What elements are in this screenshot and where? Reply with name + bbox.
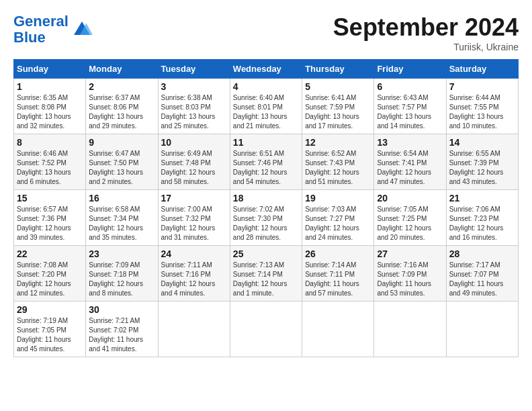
day-number: 9 [89,137,154,148]
day-number: 16 [89,193,154,203]
calendar-table: SundayMondayTuesdayWednesdayThursdayFrid… [13,59,519,357]
day-info: Sunrise: 6:57 AM Sunset: 7:36 PM Dayligh… [17,205,83,242]
weekday-header: Friday [374,60,446,79]
day-number: 11 [233,137,299,148]
calendar-day-cell: 1Sunrise: 6:35 AM Sunset: 8:08 PM Daylig… [14,79,86,134]
day-number: 25 [233,248,299,259]
day-number: 2 [89,81,154,92]
day-info: Sunrise: 6:43 AM Sunset: 7:57 PM Dayligh… [377,93,443,131]
day-info: Sunrise: 7:08 AM Sunset: 7:20 PM Dayligh… [17,261,83,298]
day-info: Sunrise: 7:00 AM Sunset: 7:32 PM Dayligh… [161,205,227,242]
day-info: Sunrise: 7:05 AM Sunset: 7:25 PM Dayligh… [377,205,443,242]
day-info: Sunrise: 6:46 AM Sunset: 7:52 PM Dayligh… [17,149,83,187]
day-number: 12 [305,137,371,148]
calendar-day-cell: 23Sunrise: 7:09 AM Sunset: 7:18 PM Dayli… [86,246,158,302]
weekday-header: Tuesday [158,60,230,79]
day-info: Sunrise: 7:03 AM Sunset: 7:27 PM Dayligh… [305,205,371,242]
weekday-header: Wednesday [230,60,302,79]
calendar-day-cell: 11Sunrise: 6:51 AM Sunset: 7:46 PM Dayli… [230,134,302,190]
calendar-day-cell: 30Sunrise: 7:21 AM Sunset: 7:02 PM Dayli… [86,302,158,357]
day-number: 20 [377,193,443,203]
calendar-day-cell: 14Sunrise: 6:55 AM Sunset: 7:39 PM Dayli… [446,134,518,190]
calendar-day-cell: 10Sunrise: 6:49 AM Sunset: 7:48 PM Dayli… [158,134,230,190]
calendar-day-cell: 19Sunrise: 7:03 AM Sunset: 7:27 PM Dayli… [302,190,374,246]
subtitle: Turiisk, Ukraine [333,42,519,52]
day-info: Sunrise: 7:06 AM Sunset: 7:23 PM Dayligh… [449,205,515,242]
calendar-day-cell: 4Sunrise: 6:40 AM Sunset: 8:01 PM Daylig… [230,79,302,134]
day-number: 7 [449,81,515,92]
empty-cell [230,302,302,357]
page-header: GeneralBlue September 2024 Turiisk, Ukra… [13,13,519,52]
day-number: 13 [377,137,443,148]
day-number: 6 [377,81,443,92]
empty-cell [158,302,230,357]
day-info: Sunrise: 6:44 AM Sunset: 7:55 PM Dayligh… [449,93,515,131]
day-info: Sunrise: 7:02 AM Sunset: 7:30 PM Dayligh… [233,205,299,242]
day-number: 21 [449,193,515,203]
header-row: SundayMondayTuesdayWednesdayThursdayFrid… [14,60,519,79]
calendar-week-row: 22Sunrise: 7:08 AM Sunset: 7:20 PM Dayli… [14,246,519,302]
calendar-day-cell: 15Sunrise: 6:57 AM Sunset: 7:36 PM Dayli… [14,190,86,246]
day-info: Sunrise: 6:40 AM Sunset: 8:01 PM Dayligh… [233,93,299,131]
day-number: 29 [17,304,83,315]
calendar-day-cell: 29Sunrise: 7:19 AM Sunset: 7:05 PM Dayli… [14,302,86,357]
day-number: 3 [161,81,227,92]
title-block: September 2024 Turiisk, Ukraine [333,13,519,52]
calendar-day-cell: 12Sunrise: 6:52 AM Sunset: 7:43 PM Dayli… [302,134,374,190]
month-title: September 2024 [333,13,519,42]
day-info: Sunrise: 6:41 AM Sunset: 7:59 PM Dayligh… [305,93,371,131]
day-number: 17 [161,193,227,203]
day-number: 19 [305,193,371,203]
weekday-header: Saturday [446,60,518,79]
empty-cell [374,302,446,357]
calendar-day-cell: 9Sunrise: 6:47 AM Sunset: 7:50 PM Daylig… [86,134,158,190]
calendar-day-cell: 7Sunrise: 6:44 AM Sunset: 7:55 PM Daylig… [446,79,518,134]
day-number: 26 [305,248,371,259]
calendar-day-cell: 17Sunrise: 7:00 AM Sunset: 7:32 PM Dayli… [158,190,230,246]
calendar-day-cell: 8Sunrise: 6:46 AM Sunset: 7:52 PM Daylig… [14,134,86,190]
day-number: 22 [17,248,83,259]
day-info: Sunrise: 6:51 AM Sunset: 7:46 PM Dayligh… [233,149,299,187]
calendar-day-cell: 18Sunrise: 7:02 AM Sunset: 7:30 PM Dayli… [230,190,302,246]
calendar-day-cell: 2Sunrise: 6:37 AM Sunset: 8:06 PM Daylig… [86,79,158,134]
calendar-day-cell: 5Sunrise: 6:41 AM Sunset: 7:59 PM Daylig… [302,79,374,134]
empty-cell [302,302,374,357]
day-info: Sunrise: 7:13 AM Sunset: 7:14 PM Dayligh… [233,261,299,298]
day-info: Sunrise: 6:52 AM Sunset: 7:43 PM Dayligh… [305,149,371,187]
day-number: 1 [17,81,83,92]
day-info: Sunrise: 7:21 AM Sunset: 7:02 PM Dayligh… [89,316,154,354]
day-number: 23 [89,248,154,259]
empty-cell [446,302,518,357]
calendar-day-cell: 24Sunrise: 7:11 AM Sunset: 7:16 PM Dayli… [158,246,230,302]
day-info: Sunrise: 7:11 AM Sunset: 7:16 PM Dayligh… [161,261,227,298]
day-number: 5 [305,81,371,92]
calendar-week-row: 15Sunrise: 6:57 AM Sunset: 7:36 PM Dayli… [14,190,519,246]
calendar-day-cell: 6Sunrise: 6:43 AM Sunset: 7:57 PM Daylig… [374,79,446,134]
calendar-day-cell: 21Sunrise: 7:06 AM Sunset: 7:23 PM Dayli… [446,190,518,246]
day-info: Sunrise: 6:55 AM Sunset: 7:39 PM Dayligh… [449,149,515,187]
weekday-header: Thursday [302,60,374,79]
day-info: Sunrise: 6:37 AM Sunset: 8:06 PM Dayligh… [89,93,154,131]
day-number: 28 [449,248,515,259]
day-number: 4 [233,81,299,92]
calendar-day-cell: 28Sunrise: 7:17 AM Sunset: 7:07 PM Dayli… [446,246,518,302]
day-number: 18 [233,193,299,203]
calendar-day-cell: 26Sunrise: 7:14 AM Sunset: 7:11 PM Dayli… [302,246,374,302]
day-number: 14 [449,137,515,148]
day-info: Sunrise: 6:49 AM Sunset: 7:48 PM Dayligh… [161,149,227,187]
calendar-day-cell: 3Sunrise: 6:38 AM Sunset: 8:03 PM Daylig… [158,79,230,134]
day-info: Sunrise: 6:35 AM Sunset: 8:08 PM Dayligh… [17,93,83,131]
calendar-day-cell: 16Sunrise: 6:58 AM Sunset: 7:34 PM Dayli… [86,190,158,246]
calendar-week-row: 29Sunrise: 7:19 AM Sunset: 7:05 PM Dayli… [14,302,519,357]
calendar-day-cell: 20Sunrise: 7:05 AM Sunset: 7:25 PM Dayli… [374,190,446,246]
day-info: Sunrise: 7:09 AM Sunset: 7:18 PM Dayligh… [89,261,154,298]
calendar-day-cell: 27Sunrise: 7:16 AM Sunset: 7:09 PM Dayli… [374,246,446,302]
day-number: 8 [17,137,83,148]
weekday-header: Sunday [14,60,86,79]
day-number: 15 [17,193,83,203]
weekday-header: Monday [86,60,158,79]
calendar-week-row: 1Sunrise: 6:35 AM Sunset: 8:08 PM Daylig… [14,79,519,134]
day-number: 24 [161,248,227,259]
logo: GeneralBlue [13,13,93,46]
day-info: Sunrise: 6:38 AM Sunset: 8:03 PM Dayligh… [161,93,227,131]
